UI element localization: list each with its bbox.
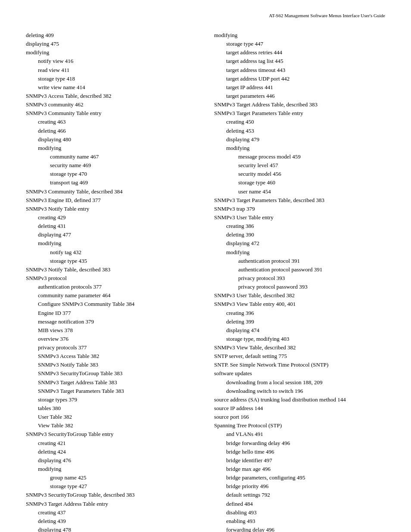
list-item: deleting 431 xyxy=(26,222,197,230)
list-item: SNMPv3 Access Table 382 xyxy=(26,352,197,361)
list-item: authentication protocols 377 xyxy=(26,283,197,291)
list-item: SNMPv3 Target Parameters Table, describe… xyxy=(214,196,385,205)
list-item: SNMPv3 Notify Table, described 383 xyxy=(26,265,197,274)
list-item: creating 429 xyxy=(26,213,197,222)
list-item: modifying xyxy=(26,239,197,248)
list-item: defined 484 xyxy=(214,500,385,508)
list-item: creating 396 xyxy=(214,309,385,317)
list-item: tables 380 xyxy=(26,404,197,413)
list-item: community name parameter 464 xyxy=(26,291,197,300)
list-item: storage type 427 xyxy=(26,482,197,491)
list-item: SNMPv3 Target Parameters Table 383 xyxy=(26,387,197,395)
list-item: deleting 466 xyxy=(26,127,197,135)
list-item: displaying 472 xyxy=(214,239,385,248)
list-item: deleting 453 xyxy=(214,127,385,135)
list-item: displaying 477 xyxy=(26,230,197,239)
list-item: displaying 478 xyxy=(26,526,197,532)
list-item: storage type 460 xyxy=(214,178,385,187)
list-item: default settings 792 xyxy=(214,491,385,499)
list-item: storage type 418 xyxy=(26,75,197,83)
list-item: creating 421 xyxy=(26,439,197,448)
list-item: SNMPv3 Community Table, described 384 xyxy=(26,187,197,196)
list-item: security name 469 xyxy=(26,161,197,170)
list-item: SNMPv3 Target Address Table, described 3… xyxy=(214,100,385,109)
list-item: modifying xyxy=(214,31,385,40)
list-item: SNMPv3 SecurityToGroup Table 383 xyxy=(26,369,197,378)
list-item: Engine ID 377 xyxy=(26,309,197,317)
list-item: User Table 382 xyxy=(26,413,197,421)
list-item: source port 166 xyxy=(214,413,385,421)
list-item: target address timeout 443 xyxy=(214,66,385,75)
list-item: creating 450 xyxy=(214,118,385,126)
list-item: bridge priority 496 xyxy=(214,482,385,491)
list-item: modifying xyxy=(214,144,385,152)
list-item: message process model 459 xyxy=(214,152,385,161)
content-area: deleting 409displaying 475modifyingnotif… xyxy=(26,31,385,532)
list-item: modifying xyxy=(26,48,197,57)
list-item: and VLANs 491 xyxy=(214,430,385,439)
list-item: target parameters 446 xyxy=(214,92,385,100)
list-item: write view name 414 xyxy=(26,83,197,92)
list-item: Configure SNMPv3 Community Table 384 xyxy=(26,300,197,308)
list-item: message notification 379 xyxy=(26,317,197,326)
list-item: SNMPv3 Notify Table entry xyxy=(26,205,197,213)
list-item: overview 376 xyxy=(26,335,197,343)
list-item: software updates xyxy=(214,369,385,378)
list-item: Spanning Tree Protocol (STP) xyxy=(214,421,385,430)
list-item: bridge max age 496 xyxy=(214,465,385,473)
list-item: View Table 382 xyxy=(26,421,197,430)
list-item: transport tag 469 xyxy=(26,178,197,187)
list-item: privacy protocol 393 xyxy=(214,274,385,283)
list-item: SNMPv3 Target Address Table entry xyxy=(26,500,197,508)
list-item: community name 467 xyxy=(26,152,197,161)
list-item: deleting 409 xyxy=(26,31,197,40)
list-item: source address (SA) trunking load distri… xyxy=(214,395,385,404)
list-item: authentication protocol 391 xyxy=(214,257,385,265)
list-item: storage type 470 xyxy=(26,170,197,178)
list-item: SNMPv3 SecurityToGroup Table entry xyxy=(26,430,197,439)
list-item: bridge forwarding delay 496 xyxy=(214,439,385,448)
list-item: storage types 379 xyxy=(26,395,197,404)
list-item: security model 456 xyxy=(214,170,385,178)
list-item: displaying 476 xyxy=(26,456,197,465)
list-item: bridge parameters, configuring 495 xyxy=(214,473,385,482)
list-item: SNMPv3 User Table entry xyxy=(214,213,385,222)
list-item: SNMPv3 Community Table entry xyxy=(26,109,197,118)
list-item: security level 457 xyxy=(214,161,385,170)
left-column: deleting 409displaying 475modifyingnotif… xyxy=(26,31,197,532)
list-item: notify view 416 xyxy=(26,57,197,65)
list-item: SNTP. See Simple Network Time Protocol (… xyxy=(214,361,385,369)
list-item: read view 411 xyxy=(26,66,197,75)
list-item: enabling 493 xyxy=(214,517,385,526)
list-item: forwarding delay 496 xyxy=(214,526,385,532)
list-item: displaying 479 xyxy=(214,135,385,144)
list-item: privacy protocol password 393 xyxy=(214,283,385,291)
list-item: SNMPv3 community 462 xyxy=(26,100,197,109)
list-item: modifying xyxy=(26,465,197,473)
list-item: creating 463 xyxy=(26,118,197,126)
page-header: AT-S62 Management Software Menus Interfa… xyxy=(26,13,385,18)
list-item: disabling 493 xyxy=(214,508,385,517)
list-item: displaying 475 xyxy=(26,40,197,48)
list-item: modifying xyxy=(26,144,197,152)
list-item: source IP address 144 xyxy=(214,404,385,413)
list-item: deleting 390 xyxy=(214,230,385,239)
list-item: storage type 447 xyxy=(214,40,385,48)
list-item: SNMPv3 trap 379 xyxy=(214,205,385,213)
list-item: user name 454 xyxy=(214,187,385,196)
header-text: AT-S62 Management Software Menus Interfa… xyxy=(269,13,385,18)
list-item: downloading from a local session 188, 20… xyxy=(214,378,385,387)
list-item: storage type 435 xyxy=(26,257,197,265)
list-item: group name 425 xyxy=(26,473,197,482)
list-item: MIB views 378 xyxy=(26,326,197,335)
list-item: target address UDP port 442 xyxy=(214,75,385,83)
list-item: authentication protocol password 391 xyxy=(214,265,385,274)
list-item: creating 386 xyxy=(214,222,385,230)
list-item: SNMPv3 View Table, described 382 xyxy=(214,343,385,352)
list-item: SNMPv3 Engine ID, defined 377 xyxy=(26,196,197,205)
list-item: displaying 480 xyxy=(26,135,197,144)
list-item: deleting 399 xyxy=(214,317,385,326)
list-item: target IP address 441 xyxy=(214,83,385,92)
list-item: privacy protocols 377 xyxy=(26,343,197,352)
page: AT-S62 Management Software Menus Interfa… xyxy=(0,0,411,532)
